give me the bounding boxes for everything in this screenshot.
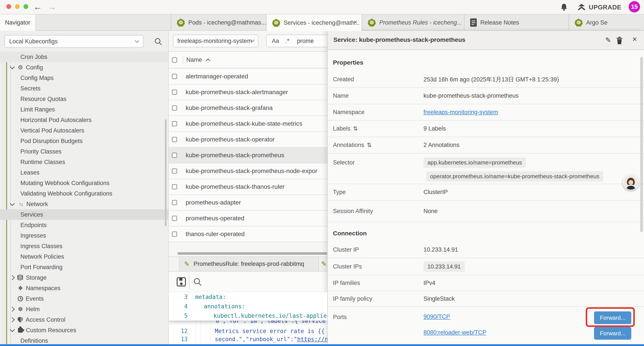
edit-icon[interactable]: ✎	[605, 36, 611, 44]
sidebar-item-access-control[interactable]: Access Control	[0, 315, 168, 325]
row-checkbox[interactable]	[172, 121, 177, 126]
sidebar-item-definitions[interactable]: Definitions	[0, 336, 168, 344]
sidebar-item-services[interactable]: Services	[0, 209, 168, 220]
tab-services[interactable]: ☸ Services - icecheng@math... ×	[266, 14, 362, 31]
sidebar-item-storage[interactable]: Storage	[0, 272, 168, 283]
sidebar-item-ingress-classes[interactable]: Ingress Classes	[0, 241, 168, 251]
row-checkbox[interactable]	[172, 216, 177, 221]
row-checkbox[interactable]	[172, 184, 177, 189]
notifications-bell-icon[interactable]	[560, 3, 568, 11]
sidebar-item-runtime-classes[interactable]: Runtime Classes	[0, 157, 168, 167]
sidebar-item-port-forwarding[interactable]: Port Forwarding	[0, 262, 168, 272]
yaml-editor[interactable]: 0","for":"1m","labels":{"service":"f 12 …	[169, 292, 327, 344]
sidebar-item-network-policies[interactable]: Network Policies	[0, 251, 168, 262]
sidebar-item-secrets[interactable]: Secrets	[0, 83, 168, 94]
window-minimize-button[interactable]	[15, 4, 20, 9]
row-checkbox[interactable]	[172, 74, 177, 79]
tab-prometheus-rules[interactable]: ☸ Prometheus Rules - icecheng...	[362, 14, 464, 31]
kubeconfig-select[interactable]: Local Kubeconfigs	[4, 35, 143, 48]
table-row[interactable]: prometheus-adapter	[169, 195, 327, 211]
sidebar-item-priority-classes[interactable]: Priority Classes	[0, 146, 168, 157]
table-row-selected[interactable]: kube-prometheus-stack-prometheus	[169, 148, 327, 163]
regex-toggle[interactable]: .*	[285, 38, 290, 44]
labels-count[interactable]: 9 Labels	[424, 125, 644, 132]
selector-chip[interactable]: app.kubernetes.io/name=prometheus	[424, 157, 526, 168]
port-link-8080[interactable]: 8080:reloader-web/TCP	[424, 329, 486, 336]
namespace-link[interactable]: freeleaps-monitoring-system	[424, 109, 498, 115]
notification-count-badge[interactable]: 15	[629, 1, 640, 12]
table-row[interactable]: prometheus-operated	[169, 211, 327, 226]
runbook-url-link[interactable]: https://net	[297, 336, 327, 343]
tab-close-icon[interactable]: ×	[353, 18, 357, 26]
editor-search-icon[interactable]	[193, 278, 202, 287]
row-checkbox[interactable]	[172, 105, 177, 111]
match-case-toggle[interactable]: Aa	[272, 38, 279, 44]
navigator-tab[interactable]: Navigator	[0, 14, 36, 31]
close-icon[interactable]: ×	[632, 34, 637, 44]
upgrade-chevrons-icon[interactable]	[577, 3, 586, 11]
sort-toggle-icon[interactable]: ⇅	[367, 142, 372, 148]
sidebar-item-resource-quotas[interactable]: Resource Quotas	[0, 94, 168, 104]
row-checkbox[interactable]	[172, 232, 177, 237]
name-column-header[interactable]: Name	[186, 56, 202, 63]
sidebar-item-validating-webhook-configurations[interactable]: Validating Webhook Configurations	[0, 188, 168, 199]
tab-release-notes[interactable]: Release Notes	[464, 14, 568, 31]
save-icon[interactable]	[176, 277, 186, 287]
table-row[interactable]: kube-prometheus-stack-thanos-ruler	[169, 179, 327, 195]
sidebar-item-custom-resources[interactable]: Custom Resources	[0, 325, 168, 336]
editor-tab-partial[interactable]: ✎	[319, 257, 327, 271]
table-row[interactable]: kube-prometheus-stack-alertmanager	[169, 84, 327, 100]
row-checkbox[interactable]	[172, 168, 177, 174]
sidebar-item-ingresses[interactable]: Ingresses	[0, 230, 168, 241]
filter-input[interactable]: Aa .* prome	[266, 34, 327, 47]
row-checkbox[interactable]	[172, 153, 177, 158]
sort-toggle-icon[interactable]: ⇅	[353, 125, 358, 132]
sidebar-item-leases[interactable]: Leases	[0, 167, 168, 178]
sidebar-item-endpoints[interactable]: Endpoints	[0, 220, 168, 230]
delete-icon[interactable]	[616, 36, 623, 45]
table-row[interactable]: alertmanager-operated	[169, 69, 327, 84]
back-button[interactable]: ←	[33, 1, 42, 12]
row-checkbox[interactable]	[172, 200, 177, 205]
sidebar-item-events[interactable]: Events	[0, 294, 168, 304]
sidebar-item-config[interactable]: ⚙Config	[0, 62, 168, 73]
sidebar-item-limit-ranges[interactable]: Limit Ranges	[0, 104, 168, 115]
namespace-select[interactable]: freeleaps-monitoring-system	[173, 34, 258, 47]
row-checkbox[interactable]	[172, 137, 177, 142]
annotations-count[interactable]: 2 Annotations	[424, 142, 644, 148]
forward-button[interactable]: →	[48, 1, 56, 12]
window-close-button[interactable]	[6, 4, 11, 9]
table-row[interactable]: kube-prometheus-stack-grafana	[169, 100, 327, 116]
sidebar-item-config-maps[interactable]: Config Maps	[0, 73, 168, 83]
port-link-9090[interactable]: 9090/TCP	[424, 313, 450, 320]
table-row[interactable]: thanos-ruler-operated	[169, 226, 327, 242]
drawer-scrollbar[interactable]	[640, 57, 643, 232]
table-row[interactable]: kube-prometheus-stack-prometheus-node-ex…	[169, 163, 327, 179]
selector-chip[interactable]: operator.prometheus.io/name=kube-prometh…	[426, 171, 603, 182]
tab-pods[interactable]: ☸ Pods - icecheng@mathmas...	[171, 14, 266, 31]
sort-ascending-icon[interactable]	[206, 58, 210, 63]
sidebar-item-network[interactable]: ↑↓Network	[0, 199, 168, 209]
sidebar-item-mutating-webhook-configurations[interactable]: Mutating Webhook Configurations	[0, 178, 168, 188]
table-row[interactable]: kube-prometheus-stack-kube-state-metrics	[169, 116, 327, 132]
sidebar-item-pod-disruption-budgets[interactable]: Pod Disruption Budgets	[0, 136, 168, 146]
sidebar-item-horizontal-pod-autoscalers[interactable]: Horizontal Pod Autoscalers	[0, 115, 168, 125]
service-name: prometheus-operated	[186, 215, 244, 222]
row-checkbox[interactable]	[172, 90, 177, 95]
user-avatar[interactable]	[623, 175, 639, 190]
table-row[interactable]: kube-prometheus-stack-operator	[169, 132, 327, 148]
window-zoom-button[interactable]	[24, 4, 28, 9]
editor-tab-prometheusrule[interactable]: ✎ PrometheusRule: freeleaps-prod-rabbitm…	[179, 257, 319, 271]
sidebar-scrollbar[interactable]	[165, 119, 166, 226]
upgrade-button[interactable]: UPGRADE	[589, 4, 622, 11]
sidebar-item-helm[interactable]: ☸Helm	[0, 304, 168, 315]
select-all-checkbox[interactable]	[172, 57, 177, 63]
cluster-ip-chip[interactable]: 10.233.14.91	[424, 262, 465, 272]
sidebar-item-namespaces[interactable]: ❖Namespaces	[0, 283, 168, 294]
tab-argo[interactable]: ☸ Argo Se	[568, 14, 644, 31]
forward-button-8080[interactable]: Forward...	[594, 327, 631, 340]
sidebar-item-vertical-pod-autoscalers[interactable]: Vertical Pod Autoscalers	[0, 125, 168, 136]
sidebar-search-icon[interactable]	[154, 38, 162, 45]
sidebar-item-cron-jobs[interactable]: Cron Jobs	[0, 52, 168, 62]
horizontal-scrollbar[interactable]	[178, 252, 327, 255]
